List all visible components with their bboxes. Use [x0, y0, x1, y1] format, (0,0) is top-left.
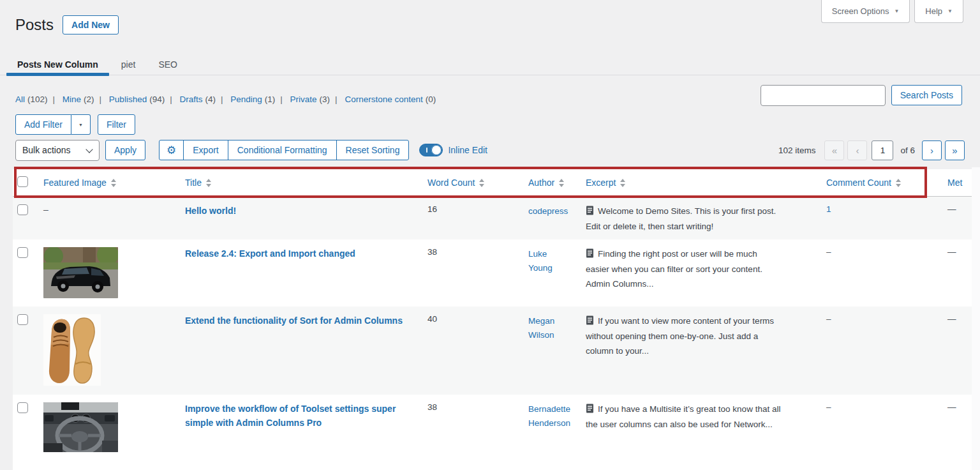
meta-empty-dash: — [947, 314, 956, 324]
column-header-label: Author [528, 178, 554, 188]
inline-edit-toggle[interactable] [419, 144, 443, 156]
row-checkbox[interactable] [17, 314, 28, 325]
status-filter-published[interactable]: Published [109, 95, 147, 104]
tab-posts-new-column[interactable]: Posts New Column [6, 54, 109, 75]
row-checkbox[interactable] [17, 402, 28, 413]
status-filter-all[interactable]: All [15, 95, 25, 104]
add-filter-button[interactable]: Add Filter [15, 114, 71, 135]
separator: | [280, 95, 283, 104]
column-header-author[interactable]: Author [528, 178, 564, 188]
reset-sorting-button[interactable]: Reset Sorting [336, 140, 409, 160]
document-icon [586, 404, 594, 418]
sort-icon [479, 179, 484, 187]
author-link[interactable]: codepress [528, 204, 568, 218]
add-filter-dropdown-toggle[interactable]: ▼ [71, 114, 91, 135]
last-page-button[interactable]: » [945, 140, 965, 160]
toggle-knob [431, 145, 442, 155]
column-header-comment-count[interactable]: Comment Count [826, 178, 901, 188]
table-row: Improve the workflow of of Toolset setti… [13, 395, 980, 470]
excerpt-text: If you have a Multisite it’s great too k… [586, 402, 782, 432]
column-set-tabs: Posts New Column piet SEO [0, 54, 980, 75]
select-all-checkbox[interactable] [17, 176, 28, 187]
status-filter-cornerstone[interactable]: Cornerstone content [345, 95, 422, 104]
featured-image-tan-shoe [43, 314, 101, 386]
screen-options-button[interactable]: Screen Options ▼ [821, 0, 910, 23]
sort-icon [559, 179, 564, 187]
search-posts-button[interactable]: Search Posts [891, 85, 962, 105]
tab-piet[interactable]: piet [110, 54, 147, 75]
table-row: Extend the functionality of Sort for Adm… [13, 307, 980, 395]
column-header-label: Word Count [427, 178, 475, 188]
column-header-met-truncated[interactable]: Met [947, 178, 962, 188]
status-filter-mine[interactable]: Mine [63, 95, 81, 104]
status-filter-all-count: (102) [27, 95, 48, 104]
tab-seo[interactable]: SEO [147, 54, 188, 75]
acp-toolbar-button-group: ⚙ Export Conditional Formatting Reset So… [159, 140, 409, 160]
column-header-featured-image[interactable]: Featured Image [43, 178, 116, 188]
status-filter-drafts[interactable]: Drafts [179, 95, 202, 104]
comment-count-empty-dash: – [826, 247, 831, 257]
document-icon [586, 315, 594, 330]
author-link[interactable]: Megan Wilson [528, 314, 572, 342]
next-page-button[interactable]: › [922, 140, 942, 160]
chevron-down-icon: ▼ [78, 123, 83, 127]
row-checkbox[interactable] [17, 204, 28, 215]
table-header-row: Featured Image Title Word Count Author E… [13, 169, 980, 197]
chevron-down-icon [85, 146, 93, 153]
column-header-label: Excerpt [586, 178, 616, 188]
column-settings-gear-button[interactable]: ⚙ [160, 140, 183, 160]
add-new-button[interactable]: Add New [63, 15, 119, 34]
filter-button[interactable]: Filter [98, 114, 135, 135]
column-header-excerpt[interactable]: Excerpt [586, 178, 625, 188]
current-page-input[interactable] [872, 140, 893, 160]
column-header-title[interactable]: Title [185, 178, 211, 188]
word-count-value: 16 [427, 204, 437, 214]
bulk-actions-selected-value: Bulk actions [22, 145, 70, 155]
table-row: Release 2.4: Export and Import changed 3… [13, 239, 980, 307]
featured-image-steering-wheel [43, 402, 118, 452]
post-title-link[interactable]: Extend the functionality of Sort for Adm… [185, 314, 403, 328]
separator: | [170, 95, 172, 104]
chevron-down-icon: ▼ [894, 8, 899, 14]
no-featured-image-dash: – [43, 204, 48, 215]
column-header-label: Title [185, 178, 202, 188]
toggle-on-indicator [426, 148, 427, 153]
column-header-label: Comment Count [826, 178, 891, 188]
separator: | [100, 95, 102, 104]
search-input[interactable] [761, 85, 886, 106]
gear-icon: ⚙ [167, 145, 176, 156]
table-row: – Hello world! 16 codepress Welcome to D… [13, 197, 980, 239]
status-filter-drafts-count: (4) [205, 95, 216, 104]
add-filter-split-button: Add Filter ▼ [15, 114, 91, 135]
status-filter-private[interactable]: Private [290, 95, 317, 104]
word-count-value: 38 [427, 402, 437, 412]
author-link[interactable]: Bernadette Henderson [528, 402, 572, 430]
export-button[interactable]: Export [183, 140, 227, 160]
status-filter-pending-count: (1) [265, 95, 276, 104]
separator: | [221, 95, 223, 104]
meta-empty-dash: — [947, 402, 956, 412]
status-filter-published-count: (94) [149, 95, 165, 104]
bulk-actions-select[interactable]: Bulk actions [15, 140, 100, 161]
apply-button[interactable]: Apply [105, 140, 145, 160]
post-title-link[interactable]: Release 2.4: Export and Import changed [185, 247, 355, 261]
author-link[interactable]: Luke Young [528, 247, 572, 275]
word-count-value: 40 [427, 314, 437, 324]
page-header: Posts Add New [15, 15, 119, 34]
column-header-label: Featured Image [43, 178, 107, 188]
conditional-formatting-button[interactable]: Conditional Formatting [228, 140, 336, 160]
page-title: Posts [15, 16, 54, 34]
row-checkbox[interactable] [17, 247, 28, 258]
help-button[interactable]: Help ▼ [914, 0, 963, 23]
chevron-down-icon: ▼ [947, 8, 953, 14]
excerpt-text: Welcome to Demo Sites. This is your firs… [586, 204, 782, 234]
column-header-word-count[interactable]: Word Count [427, 178, 484, 188]
comment-count-link[interactable]: 1 [826, 204, 831, 214]
inline-edit-control: Inline Edit [419, 144, 487, 156]
post-title-link[interactable]: Improve the workflow of of Toolset setti… [185, 402, 407, 430]
status-filter-pending[interactable]: Pending [230, 95, 262, 104]
sort-icon [111, 179, 116, 187]
post-title-link[interactable]: Hello world! [185, 204, 236, 218]
sort-icon [896, 179, 901, 187]
list-table-toolbar: Bulk actions Apply ⚙ Export Conditional … [15, 139, 965, 161]
